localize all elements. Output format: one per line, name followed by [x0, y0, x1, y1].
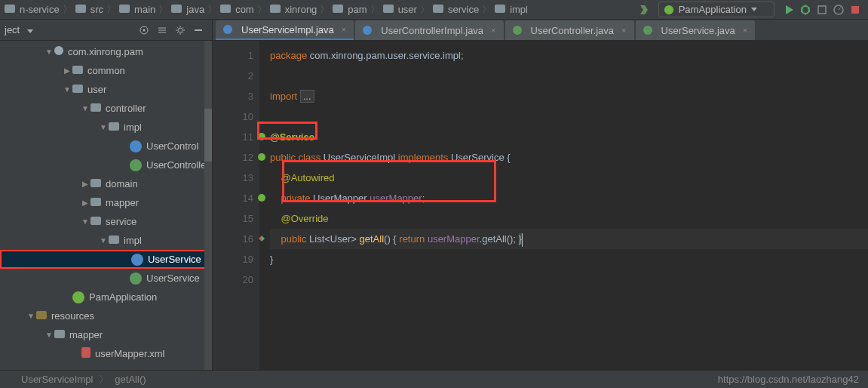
close-icon[interactable]: × [621, 26, 626, 35]
target-icon[interactable] [138, 24, 150, 36]
svg-rect-1 [818, 6, 826, 14]
editor-tab[interactable]: UserControllerImpl.java× [355, 20, 503, 40]
breadcrumb-item[interactable]: n-service [5, 4, 60, 15]
svg-point-0 [802, 6, 809, 14]
build-icon[interactable] [638, 4, 650, 16]
breadcrumb-item[interactable]: 〉main [103, 3, 155, 17]
project-view-label[interactable]: ject [5, 24, 135, 35]
project-sidebar: ject ▼com.xinrong.pam▶common▼user▼contro… [0, 20, 213, 370]
tree-node[interactable]: ▼impl [0, 118, 212, 137]
stop-icon[interactable] [849, 4, 861, 16]
profile-icon[interactable] [833, 4, 845, 16]
breadcrumb-item[interactable]: 〉com [204, 3, 254, 17]
tree-node[interactable]: UserControl [0, 137, 212, 156]
breadcrumb-item[interactable]: 〉src [60, 3, 103, 17]
svg-rect-3 [851, 6, 859, 14]
tree-node[interactable]: ▼resources [0, 306, 212, 325]
coverage-icon[interactable] [816, 4, 828, 16]
tree-node[interactable]: ▼mapper [0, 325, 212, 344]
tree-node[interactable]: UserService [0, 250, 212, 269]
run-icon[interactable] [783, 4, 795, 16]
run-config-label: PamApplication [679, 4, 747, 15]
breadcrumb-item[interactable]: 〉service [417, 3, 479, 17]
tree-node[interactable]: PamApplication [0, 288, 212, 306]
scrollbar-thumb[interactable] [204, 109, 212, 162]
close-icon[interactable]: × [342, 25, 346, 34]
breadcrumb: n-service〉src〉main〉java〉com〉xinrong〉pam〉… [5, 3, 636, 17]
tree-node[interactable]: ▼service [0, 212, 212, 231]
tree-node[interactable]: ▶domain [0, 174, 212, 193]
breadcrumb-item[interactable]: 〉xinrong [254, 3, 317, 17]
editor-tab[interactable]: UserService.java× [636, 20, 756, 40]
tree-node[interactable]: userMapper.xml [0, 344, 212, 363]
gutter[interactable]: 123101112131415161920 [213, 41, 259, 370]
tree-node[interactable]: ▼controller [0, 99, 212, 118]
tree-node[interactable]: UserService [0, 269, 212, 288]
svg-rect-7 [195, 29, 202, 31]
code-editor[interactable]: package com.xinrong.pam.user.service.imp… [259, 41, 868, 370]
tree-node[interactable]: UserController [0, 156, 212, 174]
tree-node[interactable]: ▶common [0, 61, 212, 80]
debug-icon[interactable] [799, 4, 811, 16]
gear-icon[interactable] [174, 24, 186, 36]
svg-point-5 [143, 29, 146, 31]
tree-node[interactable]: ▼com.xinrong.pam [0, 42, 212, 61]
close-icon[interactable]: × [491, 26, 495, 35]
watermark: https://blog.csdn.net/laozhang42 [718, 374, 859, 385]
tree-node[interactable]: ▼user [0, 80, 212, 99]
breadcrumb-item[interactable]: 〉user [367, 3, 417, 17]
breadcrumb-item[interactable]: 〉pam [317, 3, 367, 17]
run-config-selector[interactable]: PamApplication [658, 2, 774, 17]
close-icon[interactable]: × [743, 26, 747, 35]
editor-tabs: UserServiceImpl.java×UserControllerImpl.… [213, 20, 868, 41]
collapse-icon[interactable] [156, 24, 168, 36]
tree-node[interactable]: ▼impl [0, 231, 212, 250]
svg-point-6 [178, 28, 182, 32]
tree-node[interactable]: ▶mapper [0, 193, 212, 212]
hide-icon[interactable] [192, 24, 204, 36]
breadcrumb-item[interactable]: 〉impl [479, 3, 528, 17]
chevron-down-icon [751, 8, 757, 11]
editor-tab[interactable]: UserController.java× [505, 20, 634, 40]
project-tree: ▼com.xinrong.pam▶common▼user▼controller▼… [0, 41, 212, 370]
editor-tab[interactable]: UserServiceImpl.java× [216, 20, 354, 40]
scrollbar-track[interactable] [204, 41, 212, 370]
breadcrumb-item[interactable]: 〉java [155, 3, 204, 17]
